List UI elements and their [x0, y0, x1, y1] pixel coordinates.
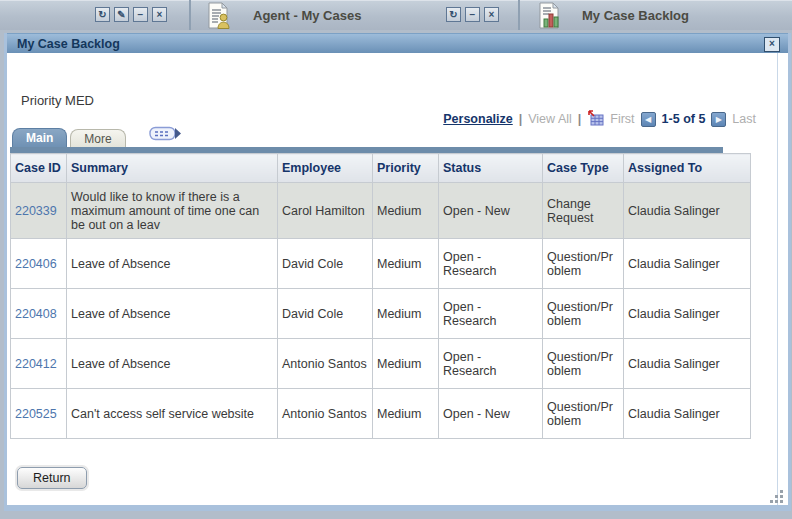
priority-label: Priority MED [21, 93, 94, 108]
document-person-icon [205, 2, 232, 33]
table-row: 220339 Would like to know if there is a … [11, 183, 751, 239]
toolbar-separator: | [578, 112, 582, 126]
dialog-titlebar[interactable]: My Case Backlog × [7, 33, 788, 53]
priority-cell: Medium [373, 389, 439, 439]
employee-cell: Antonio Santos [278, 389, 373, 439]
summary-cell: Would like to know if there is a maximum… [67, 183, 278, 239]
pagelet-title-backlog: My Case Backlog [582, 8, 689, 23]
minimize-icon[interactable]: − [133, 7, 148, 22]
employee-cell: Antonio Santos [278, 339, 373, 389]
column-header-status[interactable]: Status [439, 154, 543, 183]
priority-cell: Medium [373, 289, 439, 339]
grid-tab-row: Main More [12, 127, 182, 148]
pagelet-controls: ↻ ✎ − × [95, 7, 167, 22]
toolbar-separator: | [519, 112, 523, 126]
case-type-cell: Change Request [543, 183, 624, 239]
table-header-row: Case ID Summary Employee Priority Status… [11, 154, 751, 183]
resize-grip-icon[interactable] [771, 491, 783, 503]
summary-cell: Leave of Absence [67, 239, 278, 289]
pager-next-icon[interactable]: ▶ [711, 112, 726, 127]
dialog-close-icon[interactable]: × [764, 37, 780, 52]
assigned-to-cell: Claudia Salinger [624, 239, 751, 289]
dialog-body: Priority MED Personalize | View All | Fi… [7, 53, 788, 505]
document-chart-icon [536, 2, 563, 33]
case-type-cell: Question/Problem [543, 339, 624, 389]
status-cell: Open - New [439, 183, 543, 239]
close-icon[interactable]: × [484, 7, 499, 22]
table-row: 220406 Leave of Absence David Cole Mediu… [11, 239, 751, 289]
edit-icon[interactable]: ✎ [114, 7, 129, 22]
column-header-priority[interactable]: Priority [373, 154, 439, 183]
assigned-to-cell: Claudia Salinger [624, 339, 751, 389]
dialog-title: My Case Backlog [17, 37, 120, 51]
status-cell: Open - New [439, 389, 543, 439]
minimize-icon[interactable]: − [465, 7, 480, 22]
employee-cell: David Cole [278, 289, 373, 339]
case-id-link[interactable]: 220408 [15, 307, 57, 321]
return-button[interactable]: Return [17, 467, 87, 489]
refresh-icon[interactable]: ↻ [446, 7, 461, 22]
table-row: 220408 Leave of Absence David Cole Mediu… [11, 289, 751, 339]
summary-cell: Leave of Absence [67, 339, 278, 389]
case-backlog-table: Case ID Summary Employee Priority Status… [10, 153, 751, 439]
priority-cell: Medium [373, 239, 439, 289]
pagelet-header-left: ↻ ✎ − × [0, 0, 191, 30]
column-header-summary[interactable]: Summary [67, 154, 278, 183]
close-icon[interactable]: × [152, 7, 167, 22]
download-to-excel-icon[interactable] [587, 109, 604, 129]
screen: ↻ ✎ − × Agent - My Cases ↻ − × [0, 0, 792, 519]
column-header-employee[interactable]: Employee [278, 154, 373, 183]
pager-last: Last [732, 112, 756, 126]
assigned-to-cell: Claudia Salinger [624, 289, 751, 339]
pagelet-header-my-cases: Agent - My Cases ↻ − × [191, 0, 520, 30]
assigned-to-cell: Claudia Salinger [624, 183, 751, 239]
pagelet-title-my-cases: Agent - My Cases [253, 8, 361, 23]
case-type-cell: Question/Problem [543, 389, 624, 439]
priority-cell: Medium [373, 339, 439, 389]
column-header-assigned-to[interactable]: Assigned To [624, 154, 751, 183]
status-cell: Open - Research [439, 339, 543, 389]
show-all-columns-icon[interactable] [149, 125, 182, 146]
summary-cell: Can't access self service website [67, 389, 278, 439]
table-row: 220412 Leave of Absence Antonio Santos M… [11, 339, 751, 389]
pager-range: 1-5 of 5 [662, 112, 706, 126]
case-type-cell: Question/Problem [543, 289, 624, 339]
grid-toolbar: Personalize | View All | First ◀ 1-5 of … [443, 109, 756, 129]
view-all-link: View All [528, 112, 572, 126]
personalize-link[interactable]: Personalize [443, 112, 512, 126]
refresh-icon[interactable]: ↻ [95, 7, 110, 22]
employee-cell: Carol Hamilton [278, 183, 373, 239]
priority-cell: Medium [373, 183, 439, 239]
pager-first: First [610, 112, 634, 126]
my-case-backlog-dialog: My Case Backlog × Priority MED Personali… [4, 33, 791, 511]
status-cell: Open - Research [439, 289, 543, 339]
status-cell: Open - Research [439, 239, 543, 289]
column-header-case-type[interactable]: Case Type [543, 154, 624, 183]
employee-cell: David Cole [278, 239, 373, 289]
tab-more[interactable]: More [70, 129, 125, 148]
pager-prev-icon[interactable]: ◀ [641, 112, 656, 127]
case-id-link[interactable]: 220525 [15, 407, 57, 421]
summary-cell: Leave of Absence [67, 289, 278, 339]
portal-header-strip: ↻ ✎ − × Agent - My Cases ↻ − × [0, 0, 792, 30]
pagelet-controls: ↻ − × [446, 7, 499, 22]
case-id-link[interactable]: 220339 [15, 204, 57, 218]
pagelet-header-backlog: My Case Backlog [520, 0, 792, 30]
assigned-to-cell: Claudia Salinger [624, 389, 751, 439]
content-edge-line [777, 53, 778, 505]
column-header-case-id[interactable]: Case ID [11, 154, 67, 183]
case-type-cell: Question/Problem [543, 239, 624, 289]
case-id-link[interactable]: 220406 [15, 257, 57, 271]
case-id-link[interactable]: 220412 [15, 357, 57, 371]
table-row: 220525 Can't access self service website… [11, 389, 751, 439]
tab-main[interactable]: Main [12, 128, 67, 148]
